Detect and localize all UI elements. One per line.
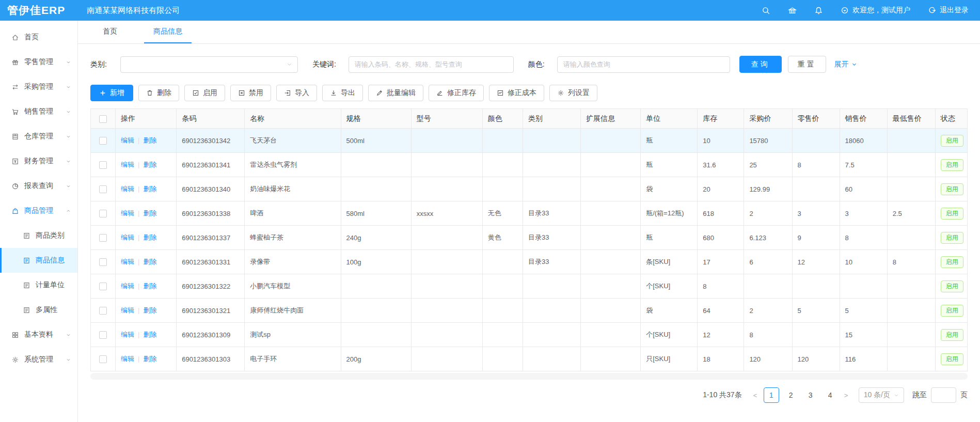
logout-button[interactable]: 退出登录: [928, 6, 969, 15]
edit-link[interactable]: 编辑: [121, 331, 134, 338]
next-page-button[interactable]: >: [840, 392, 852, 399]
delete-link[interactable]: 删除: [143, 258, 156, 265]
delete-link[interactable]: 删除: [143, 161, 156, 168]
status-badge[interactable]: 启用: [941, 208, 963, 220]
select-all-checkbox[interactable]: [99, 115, 107, 123]
sidebar-item-retail[interactable]: 零售管理: [0, 50, 77, 74]
sidebar-item-product-mgmt[interactable]: 商品管理: [0, 198, 77, 223]
row-checkbox[interactable]: [99, 307, 107, 315]
jump-page-input[interactable]: [931, 387, 956, 403]
adjust-cost-button[interactable]: 修正成本: [489, 85, 544, 101]
status-badge[interactable]: 启用: [941, 329, 963, 341]
add-button[interactable]: 新增: [90, 85, 133, 101]
chevron-down-icon: [66, 109, 71, 115]
enable-button[interactable]: 启用: [184, 85, 225, 101]
delete-link[interactable]: 删除: [143, 355, 156, 363]
row-checkbox[interactable]: [99, 331, 107, 339]
row-checkbox[interactable]: [99, 210, 107, 217]
delete-link[interactable]: 删除: [143, 282, 156, 290]
user-menu[interactable]: 欢迎您，测试用户: [841, 6, 910, 15]
cell-model: [411, 274, 482, 299]
cell-retail: 5: [792, 299, 840, 323]
cell-sale: 8: [840, 226, 887, 250]
tab-home[interactable]: 首页: [93, 21, 127, 43]
status-badge[interactable]: 启用: [941, 183, 963, 195]
sidebar-item-product-category[interactable]: 商品类别: [0, 223, 77, 248]
sidebar-item-sales[interactable]: 销售管理: [0, 99, 77, 124]
column-settings-button[interactable]: 列设置: [549, 85, 597, 101]
sidebar-item-purchase[interactable]: 采购管理: [0, 74, 77, 99]
page-number-3[interactable]: 3: [803, 387, 818, 403]
horizontal-scrollbar[interactable]: [90, 373, 968, 380]
batch-edit-button[interactable]: 批量编辑: [368, 85, 423, 101]
edit-link[interactable]: 编辑: [121, 161, 134, 168]
edit-link[interactable]: 编辑: [121, 282, 134, 290]
sidebar-item-basic-data[interactable]: 基本资料: [0, 322, 77, 347]
row-checkbox[interactable]: [99, 283, 107, 290]
bank-icon[interactable]: [788, 6, 797, 15]
keyword-input[interactable]: [349, 56, 514, 73]
page-number-1[interactable]: 1: [764, 387, 779, 403]
sidebar-item-reports[interactable]: 报表查询: [0, 174, 77, 198]
edit-link[interactable]: 编辑: [121, 355, 134, 363]
cell-min: [887, 129, 935, 153]
reset-button[interactable]: 重置: [788, 56, 826, 73]
row-checkbox[interactable]: [99, 137, 107, 145]
import-button[interactable]: 导入: [276, 85, 317, 101]
page-number-4[interactable]: 4: [823, 387, 838, 403]
delete-link[interactable]: 删除: [143, 136, 156, 144]
export-button[interactable]: 导出: [322, 85, 363, 101]
cell-stock: 10: [698, 129, 744, 153]
delete-link[interactable]: 删除: [143, 185, 156, 193]
search-button[interactable]: 查询: [739, 56, 782, 73]
delete-button[interactable]: 删除: [138, 85, 179, 101]
search-icon[interactable]: [762, 6, 770, 15]
status-badge[interactable]: 启用: [941, 232, 963, 244]
app-logo[interactable]: 管伊佳ERP: [7, 3, 65, 18]
sidebar-item-system[interactable]: 系统管理: [0, 347, 77, 372]
status-badge[interactable]: 启用: [941, 305, 963, 317]
cell-color: [482, 347, 523, 371]
status-badge[interactable]: 启用: [941, 159, 963, 171]
adjust-stock-button[interactable]: 修正库存: [429, 85, 484, 101]
status-badge[interactable]: 启用: [941, 256, 963, 268]
prev-page-button[interactable]: <: [749, 392, 762, 399]
sidebar-item-finance[interactable]: 财务管理: [0, 149, 77, 174]
edit-link[interactable]: 编辑: [121, 136, 134, 144]
edit-link[interactable]: 编辑: [121, 233, 134, 241]
status-badge[interactable]: 启用: [941, 280, 963, 292]
row-checkbox[interactable]: [99, 258, 107, 266]
delete-link[interactable]: 删除: [143, 209, 156, 217]
cell-sale: 116: [840, 347, 887, 371]
tab-product-info[interactable]: 商品信息: [144, 21, 192, 43]
expand-toggle[interactable]: 展开: [834, 60, 857, 69]
delete-link[interactable]: 删除: [143, 233, 156, 241]
page-size-select[interactable]: 10 条/页: [859, 387, 904, 403]
sidebar-item-product-info[interactable]: 商品信息: [0, 248, 77, 273]
row-checkbox[interactable]: [99, 185, 107, 193]
row-checkbox[interactable]: [99, 355, 107, 363]
cell-stock: 17: [698, 250, 744, 274]
status-badge[interactable]: 启用: [941, 135, 963, 147]
edit-link[interactable]: 编辑: [121, 185, 134, 193]
page-number-2[interactable]: 2: [783, 387, 799, 403]
cell-ext: [581, 299, 641, 323]
row-checkbox[interactable]: [99, 161, 107, 169]
sidebar-item-home[interactable]: 首页: [0, 25, 77, 50]
edit-link[interactable]: 编辑: [121, 306, 134, 314]
cell-barcode: 6901236301338: [177, 201, 245, 226]
color-input[interactable]: [557, 56, 730, 73]
sidebar-item-multi-attr[interactable]: 多属性: [0, 298, 77, 322]
category-select[interactable]: [120, 56, 298, 73]
edit-link[interactable]: 编辑: [121, 209, 134, 217]
row-checkbox[interactable]: [99, 234, 107, 242]
delete-link[interactable]: 删除: [143, 306, 156, 314]
bell-icon[interactable]: [814, 6, 823, 15]
status-badge[interactable]: 启用: [941, 353, 963, 365]
cell-color: [482, 323, 523, 347]
edit-link[interactable]: 编辑: [121, 258, 134, 265]
sidebar-item-measure-unit[interactable]: 计量单位: [0, 273, 77, 298]
sidebar-item-warehouse[interactable]: 仓库管理: [0, 124, 77, 149]
delete-link[interactable]: 删除: [143, 331, 156, 338]
disable-button[interactable]: 禁用: [230, 85, 271, 101]
